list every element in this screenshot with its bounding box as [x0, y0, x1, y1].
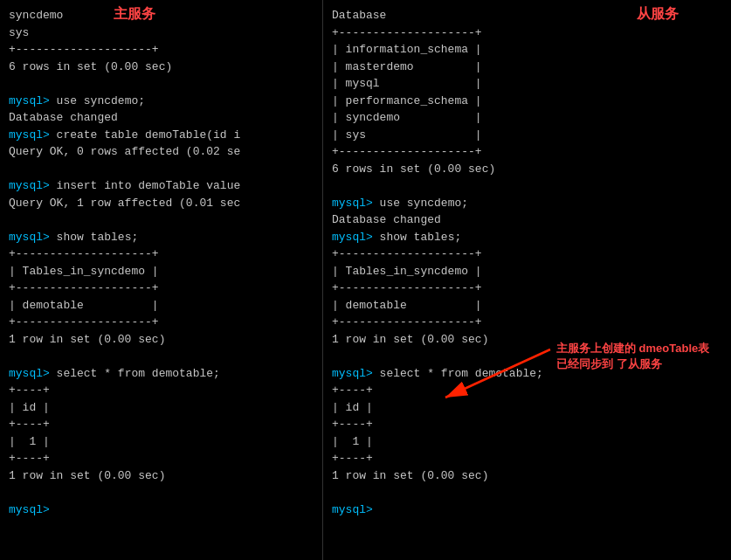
slave-label: 从服务 [637, 5, 679, 24]
svg-line-1 [445, 349, 550, 398]
left-panel: 主服务 syncdemo sys +--------------------+ … [0, 0, 323, 560]
right-panel: 从服务 Database +--------------------+ | in… [323, 0, 731, 560]
sync-arrow [393, 341, 568, 411]
left-content: syncdemo sys +--------------------+ 6 ro… [9, 7, 314, 518]
left-terminal: syncdemo sys +--------------------+ 6 ro… [9, 7, 314, 518]
right-content: Database +--------------------+ | inform… [332, 7, 722, 518]
right-terminal: Database +--------------------+ | inform… [332, 7, 722, 518]
sync-annotation: 主服务上创建的 dmeoTable表已经同步到 了从服务 [556, 341, 714, 372]
master-label: 主服务 [114, 5, 155, 24]
main-container: 主服务 syncdemo sys +--------------------+ … [0, 0, 731, 560]
